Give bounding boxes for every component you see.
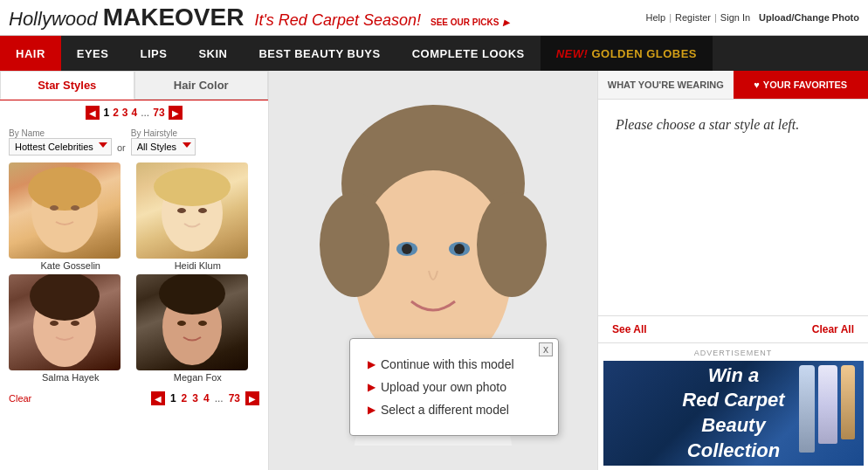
ad-bottles	[799, 365, 855, 453]
popup-option-different[interactable]: ▶ Select a different model	[368, 398, 541, 421]
style-tabs: Star Styles Hair Color	[0, 71, 268, 100]
pagination-top: ◀ 1 2 3 4 ... 73 ▶	[0, 100, 268, 125]
popup-close-button[interactable]: x	[539, 342, 553, 356]
next-page-button[interactable]: ▶	[169, 106, 183, 120]
nav-skin[interactable]: SKIN	[183, 36, 243, 71]
tagline-text: It's Red Carpet Season!	[254, 11, 421, 29]
logo: Hollywood MAKEOVER	[9, 3, 244, 31]
page-bottom-4[interactable]: 4	[203, 392, 210, 404]
svg-point-2	[50, 205, 59, 211]
nav-lips[interactable]: LIPS	[124, 36, 183, 71]
celeb-card-heidi[interactable]: Heidi Klum	[136, 162, 260, 271]
celeb-image-megan	[136, 274, 248, 370]
celeb-image-heidi	[136, 162, 248, 259]
ellipsis-bottom: ...	[215, 392, 224, 404]
page-numbers: 1 2 3 4 ... 73	[103, 107, 164, 119]
popup-option-upload[interactable]: ▶ Upload your own photo	[368, 376, 541, 398]
popup-option-continue[interactable]: ▶ Continue with this model	[368, 353, 541, 376]
page-last[interactable]: 73	[153, 107, 164, 119]
header: Hollywood MAKEOVER It's Red Carpet Seaso…	[0, 0, 868, 36]
celeb-name-megan: Megan Fox	[136, 372, 260, 383]
nav-golden-globes[interactable]: NEW! GOLDEN GLOBES	[541, 36, 713, 71]
svg-point-6	[177, 208, 186, 213]
page-bottom-1[interactable]: 1	[170, 392, 176, 404]
tab-what-wearing[interactable]: WHAT YOU'RE WEARING	[598, 71, 734, 99]
next-page-button-bottom[interactable]: ▶	[245, 391, 259, 405]
header-links: Help | Register | Sign In Upload/Change …	[646, 12, 859, 23]
popup-dialog: x ▶ Continue with this model ▶ Upload yo…	[349, 338, 559, 436]
center-panel: x ▶ Continue with this model ▶ Upload yo…	[269, 71, 597, 470]
navigation: HAIR EYES LIPS SKIN BEST BEAUTY BUYS COM…	[0, 36, 868, 71]
by-name-select[interactable]: Hottest Celebrities A-Z Z-A	[9, 138, 112, 156]
see-our-picks-link[interactable]: SEE OUR PICKS	[431, 17, 499, 27]
ad-image: Win aRed CarpetBeautyCollection	[603, 361, 864, 466]
heart-icon: ♥	[754, 79, 760, 90]
upload-link[interactable]: Upload/Change Photo	[759, 12, 859, 23]
ad-label: ADVERTISEMENT	[603, 349, 863, 357]
by-name-label: By Name	[9, 128, 112, 138]
or-text: or	[117, 142, 126, 153]
sign-in-link[interactable]: Sign In	[720, 12, 750, 23]
logo-hollywood: Hollywood	[9, 8, 98, 31]
register-link[interactable]: Register	[675, 12, 711, 23]
svg-point-23	[477, 192, 547, 297]
celeb-card-megan[interactable]: Megan Fox	[136, 274, 260, 383]
option-different-label: Select a different model	[381, 403, 509, 417]
kate-svg	[9, 162, 121, 259]
nav-hair[interactable]: HAIR	[0, 36, 61, 71]
page-3[interactable]: 3	[122, 107, 128, 119]
page-bottom-3[interactable]: 3	[192, 392, 198, 404]
by-hairstyle-label: By Hairstyle	[131, 128, 196, 138]
page-bottom-last[interactable]: 73	[229, 392, 240, 404]
heidi-svg	[136, 162, 248, 259]
celeb-name-kate: Kate Gosselin	[9, 260, 133, 271]
celeb-image-salma	[9, 274, 121, 370]
svg-point-10	[50, 321, 59, 326]
svg-point-15	[198, 321, 207, 326]
celeb-card-salma[interactable]: Salma Hayek	[9, 274, 133, 383]
nav-complete-looks[interactable]: COMPLETE LOOKS	[396, 36, 541, 71]
svg-point-11	[71, 321, 79, 326]
option-continue-label: Continue with this model	[381, 357, 514, 371]
svg-point-13	[159, 274, 225, 314]
celeb-name-salma: Salma Hayek	[9, 372, 133, 383]
page-1[interactable]: 1	[103, 107, 109, 119]
salma-svg	[9, 274, 121, 370]
tab-star-styles[interactable]: Star Styles	[0, 71, 134, 100]
svg-point-1	[28, 167, 101, 211]
left-panel: Star Styles Hair Color ◀ 1 2 3 4 ... 73 …	[0, 71, 269, 470]
ellipsis: ...	[141, 107, 149, 119]
page-4[interactable]: 4	[132, 107, 138, 119]
celebrity-grid: Kate Gosselin Heidi Klum	[0, 159, 268, 386]
tab-hair-color[interactable]: Hair Color	[134, 71, 269, 100]
svg-point-21	[454, 244, 465, 254]
celeb-card-kate[interactable]: Kate Gosselin	[9, 162, 133, 271]
clear-link[interactable]: Clear	[9, 393, 31, 404]
see-all-link[interactable]: See All	[612, 323, 647, 335]
prev-page-button-bottom[interactable]: ◀	[151, 391, 165, 405]
by-hairstyle-filter: By Hairstyle All Styles Short Medium Lon…	[131, 128, 196, 156]
page-bottom-2[interactable]: 2	[182, 392, 188, 404]
help-link[interactable]: Help	[646, 12, 666, 23]
tab-your-favorites[interactable]: ♥ YOUR FAVORITES	[734, 71, 869, 99]
divider2: |	[714, 12, 717, 23]
celeb-name-heidi: Heidi Klum	[136, 260, 260, 271]
svg-point-3	[71, 205, 79, 211]
nav-eyes[interactable]: EYES	[61, 36, 125, 71]
bottle-2	[818, 365, 837, 444]
page-2[interactable]: 2	[113, 107, 119, 119]
nav-best-beauty-buys[interactable]: BEST BEAUTY BUYS	[243, 36, 396, 71]
arrow-icon-continue: ▶	[368, 358, 375, 370]
clear-all-link[interactable]: Clear All	[812, 323, 854, 335]
content-area: Star Styles Hair Color ◀ 1 2 3 4 ... 73 …	[0, 71, 868, 470]
logo-makeover: MAKEOVER	[103, 3, 245, 31]
option-upload-label: Upload your own photo	[381, 380, 506, 394]
bottom-page-nums: ◀ 1 2 3 4 ... 73 ▶	[151, 391, 259, 405]
svg-point-14	[177, 321, 186, 326]
prev-page-button[interactable]: ◀	[86, 106, 100, 120]
by-hairstyle-select[interactable]: All Styles Short Medium Long	[131, 138, 196, 156]
new-badge: NEW!	[556, 47, 589, 60]
advertisement-section: ADVERTISEMENT Win aRed CarpetBeautyColle…	[598, 342, 868, 470]
tab-favorites-label: YOUR FAVORITES	[763, 79, 847, 90]
right-panel: WHAT YOU'RE WEARING ♥ YOUR FAVORITES Ple…	[597, 71, 868, 470]
